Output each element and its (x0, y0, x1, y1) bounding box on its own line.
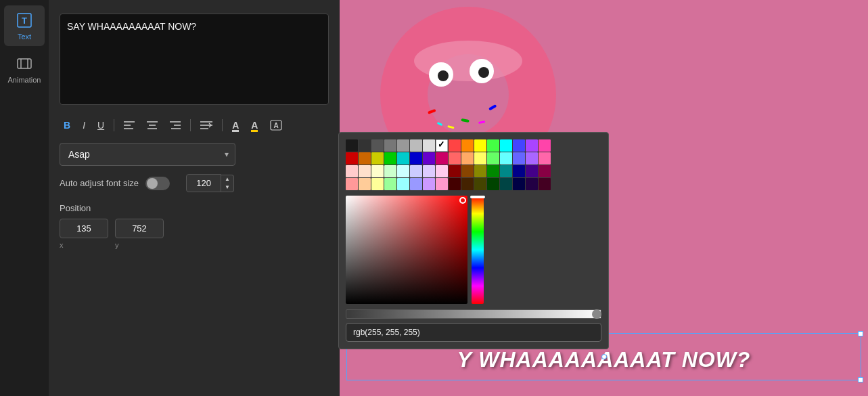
svg-point-24 (438, 70, 449, 81)
align-left-button[interactable] (120, 118, 139, 133)
swatch[interactable] (346, 152, 358, 164)
swatch[interactable] (474, 178, 486, 190)
swatch[interactable] (513, 165, 525, 177)
swatch[interactable] (397, 165, 409, 177)
text-overlay: Y WHAAAAAAAAAT NOW? (343, 347, 865, 372)
svg-point-25 (478, 67, 489, 78)
swatch[interactable] (500, 139, 512, 152)
swatch[interactable] (487, 139, 499, 152)
swatch[interactable] (384, 152, 396, 164)
swatch[interactable] (500, 152, 512, 164)
swatch[interactable] (449, 152, 461, 164)
swatch[interactable] (526, 178, 538, 190)
swatch[interactable] (539, 178, 551, 190)
color-gradient-wrap[interactable] (346, 196, 467, 304)
swatch-white-checked[interactable]: ✓ (436, 139, 448, 152)
align-right-icon (170, 120, 181, 130)
font-select[interactable]: Asap (60, 143, 235, 166)
swatch[interactable] (359, 152, 371, 164)
swatch[interactable] (449, 165, 461, 177)
auto-adjust-toggle[interactable] (145, 177, 170, 190)
align-right-button[interactable] (166, 118, 185, 133)
swatch[interactable] (436, 178, 448, 190)
swatch[interactable] (410, 165, 422, 177)
align-center-icon (147, 120, 158, 130)
swatch[interactable] (410, 152, 422, 164)
text-background-button[interactable]: A (266, 117, 286, 133)
swatch[interactable] (513, 152, 525, 164)
swatch[interactable] (359, 178, 371, 190)
italic-button[interactable]: I (78, 117, 89, 133)
font-size-down-button[interactable]: ▼ (221, 183, 233, 192)
swatch[interactable] (346, 139, 358, 152)
bold-button[interactable]: B (60, 117, 74, 133)
swatch[interactable] (423, 178, 435, 190)
swatch[interactable] (487, 165, 499, 177)
svg-rect-2 (18, 59, 31, 68)
font-color-button[interactable]: A (228, 117, 243, 133)
swatch[interactable] (526, 165, 538, 177)
swatch[interactable] (436, 165, 448, 177)
swatch[interactable] (449, 178, 461, 190)
swatch[interactable] (474, 165, 486, 177)
swatch[interactable] (397, 178, 409, 190)
swatch[interactable] (423, 152, 435, 164)
swatch[interactable] (346, 178, 358, 190)
hex-display[interactable]: rgb(255, 255, 255) (346, 323, 601, 342)
swatch[interactable] (384, 178, 396, 190)
swatch[interactable] (384, 139, 396, 152)
swatch[interactable] (371, 165, 384, 177)
align-center-button[interactable] (143, 118, 162, 133)
sidebar-item-text-label: Text (18, 32, 31, 41)
swatch[interactable] (461, 165, 474, 177)
position-y-input[interactable] (115, 219, 164, 238)
sidebar-item-text[interactable]: T Text (4, 5, 45, 46)
color-gradient-canvas[interactable] (346, 196, 467, 304)
sidebar-item-animation[interactable]: Animation (4, 49, 45, 89)
font-section: Asap ▾ (60, 143, 329, 166)
swatch[interactable] (423, 165, 435, 177)
swatch[interactable] (526, 152, 538, 164)
swatch[interactable] (513, 178, 525, 190)
swatch[interactable] (526, 139, 538, 152)
font-size-up-button[interactable]: ▲ (221, 175, 233, 183)
swatch[interactable] (461, 178, 474, 190)
underline-button[interactable]: U (93, 117, 108, 133)
swatch[interactable] (371, 139, 384, 152)
formatting-toolbar: B I U (60, 117, 329, 133)
swatch[interactable] (359, 139, 371, 152)
swatch[interactable] (461, 152, 474, 164)
swatch[interactable] (539, 165, 551, 177)
swatch[interactable] (513, 139, 525, 152)
font-size-input[interactable] (186, 174, 221, 192)
swatch[interactable] (410, 139, 422, 152)
swatch[interactable] (461, 139, 474, 152)
alpha-bar[interactable] (346, 309, 601, 319)
swatch[interactable] (410, 178, 422, 190)
swatch[interactable] (474, 139, 486, 152)
list-button[interactable] (196, 118, 216, 133)
swatch[interactable] (423, 139, 435, 152)
swatch[interactable] (397, 152, 409, 164)
swatch[interactable] (539, 139, 551, 152)
swatch[interactable] (371, 152, 384, 164)
highlight-color-button[interactable]: A (247, 117, 262, 133)
swatch[interactable] (371, 178, 384, 190)
swatch[interactable] (359, 165, 371, 177)
swatch[interactable] (436, 152, 448, 164)
swatch[interactable] (539, 152, 551, 164)
position-x-input[interactable] (60, 219, 108, 238)
align-left-icon (124, 120, 135, 130)
swatch[interactable] (449, 139, 461, 152)
swatch[interactable] (474, 152, 486, 164)
text-editor[interactable] (60, 14, 329, 105)
swatch[interactable] (487, 178, 499, 190)
swatch[interactable] (397, 139, 409, 152)
swatch[interactable] (384, 165, 396, 177)
swatch[interactable] (500, 165, 512, 177)
swatch[interactable] (487, 152, 499, 164)
font-size-input-wrap: ▲ ▼ (186, 174, 234, 192)
swatch[interactable] (500, 178, 512, 190)
hue-slider[interactable] (472, 196, 484, 304)
swatch[interactable] (346, 165, 358, 177)
